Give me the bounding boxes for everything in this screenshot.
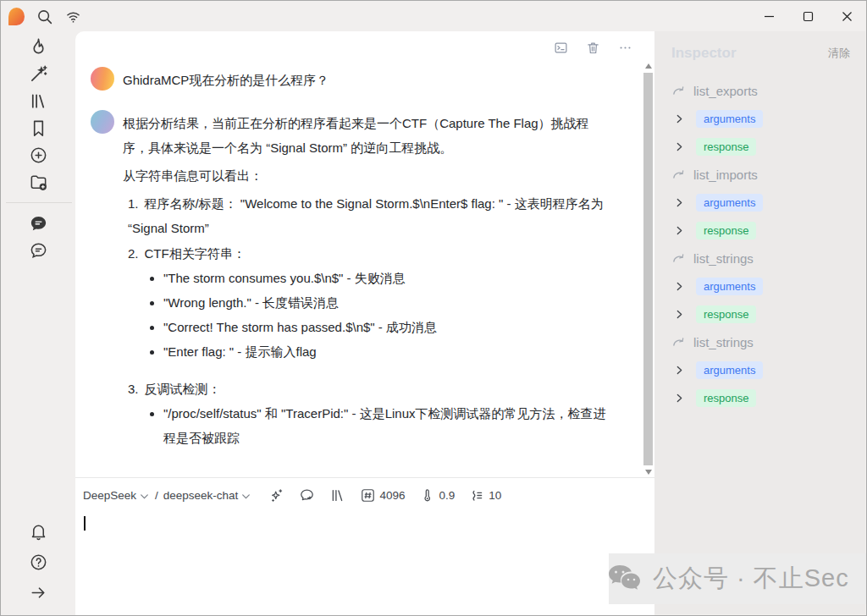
maximize-button[interactable] — [788, 1, 827, 31]
bullet-list: "/proc/self/status" 和 "TracerPid:" - 这是L… — [128, 401, 612, 448]
wechat-icon — [605, 563, 644, 595]
call-arrow-icon — [671, 251, 686, 266]
provider-selector[interactable]: DeepSeek — [83, 489, 136, 502]
list-item: 3.反调试检测： "/proc/self/status" 和 "TracerPi… — [128, 377, 612, 448]
clear-button[interactable]: 清除 — [828, 46, 850, 61]
assistant-strings-intro: 从字符串信息可以看出： — [123, 163, 612, 188]
response-row[interactable]: response — [671, 300, 850, 328]
sidebar-divider — [6, 202, 72, 203]
chevron-right-icon — [674, 309, 685, 320]
help-icon[interactable] — [29, 553, 48, 572]
assistant-intro: 根据分析结果，当前正在分析的程序看起来是一个CTF（Capture The Fl… — [123, 111, 612, 160]
bullet-item: "/proc/self/status" 和 "TracerPid:" - 这是L… — [163, 401, 612, 448]
bullet-list: "The storm consumes you.$\n$" - 失败消息 "Wr… — [128, 266, 612, 364]
chevron-right-icon — [674, 393, 685, 404]
app-logo-icon — [8, 8, 25, 25]
tool-call-group: list_imports arguments response — [671, 161, 850, 245]
thermometer-icon — [419, 487, 435, 503]
scroll-down-arrow-icon[interactable] — [643, 466, 654, 478]
chat-filled-icon[interactable] — [29, 214, 48, 234]
input-divider — [75, 477, 654, 478]
model-selector[interactable]: deepseek-chat — [163, 489, 239, 502]
chat-context-icon[interactable] — [299, 487, 315, 503]
chat-messages: GhidraMCP现在分析的是什么程序？ 根据分析结果，当前正在分析的程序看起来… — [75, 31, 643, 448]
arguments-row[interactable]: arguments — [671, 272, 850, 300]
message-input[interactable] — [75, 509, 654, 615]
tool-call-group: list_exports arguments response — [671, 77, 850, 161]
bullet-item: "Wrong length." - 长度错误消息 — [163, 290, 612, 315]
minimize-button[interactable] — [749, 1, 788, 31]
ai-enhance-sparkle-icon[interactable] — [268, 487, 284, 503]
user-message: GhidraMCP现在分析的是什么程序？ — [91, 67, 612, 92]
chat-scrollbar[interactable] — [643, 60, 654, 478]
tool-call-group: list_strings arguments response — [671, 328, 850, 412]
assistant-numbered-list: 1.程序名称/标题： "Welcome to the Signal Storm.… — [128, 191, 612, 448]
close-button[interactable] — [827, 1, 866, 31]
context-list-icon — [469, 487, 485, 503]
chat-panel: GhidraMCP现在分析的是什么程序？ 根据分析结果，当前正在分析的程序看起来… — [75, 31, 654, 615]
bullet-item: "The storm consumes you.$\n$" - 失败消息 — [163, 266, 612, 290]
response-row[interactable]: response — [671, 217, 850, 245]
arguments-row[interactable]: arguments — [671, 105, 850, 133]
chevron-right-icon — [674, 113, 685, 124]
user-avatar[interactable] — [91, 67, 114, 91]
search-icon[interactable] — [36, 8, 53, 25]
chat-outline-icon[interactable] — [29, 241, 48, 261]
scroll-up-arrow-icon[interactable] — [643, 60, 654, 72]
agents-wand-icon[interactable] — [29, 64, 48, 84]
chevron-right-icon — [674, 281, 685, 292]
chevron-down-icon[interactable] — [139, 491, 150, 502]
tool-call-group: list_strings arguments response — [671, 245, 850, 328]
text-caret — [84, 516, 86, 531]
arguments-row[interactable]: arguments — [671, 356, 850, 384]
knowledge-base-icon[interactable] — [329, 487, 345, 503]
call-arrow-icon — [671, 84, 686, 98]
scrollbar-thumb[interactable] — [643, 73, 653, 465]
chevron-right-icon — [674, 141, 685, 152]
tool-call-title[interactable]: list_imports — [671, 161, 850, 189]
response-row[interactable]: response — [671, 133, 850, 161]
arguments-row[interactable]: arguments — [671, 189, 850, 217]
watermark: 公众号 · 不止Sec — [609, 553, 866, 604]
bullet-item: "Correct! The storm has passed.$\n$" - 成… — [163, 315, 612, 339]
response-row[interactable]: response — [671, 384, 850, 412]
chevron-right-icon — [674, 225, 685, 236]
hash-token-icon — [360, 487, 376, 503]
model-separator: / — [155, 489, 158, 502]
list-item: 1.程序名称/标题： "Welcome to the Signal Storm.… — [128, 191, 612, 240]
call-arrow-icon — [671, 168, 686, 182]
knowledge-library-icon[interactable] — [29, 91, 48, 111]
watermark-text: 公众号 · 不止Sec — [653, 562, 849, 596]
bullet-item: "Enter flag: " - 提示输入flag — [163, 339, 612, 364]
call-arrow-icon — [671, 335, 686, 349]
assistant-avatar[interactable] — [91, 110, 114, 134]
chevron-right-icon — [674, 197, 685, 208]
tool-call-title[interactable]: list_strings — [671, 245, 850, 272]
user-message-text: GhidraMCP现在分析的是什么程序？ — [123, 68, 329, 92]
inspector-panel: Inspector 清除 list_exports arguments resp… — [654, 31, 865, 614]
list-item: 2.CTF相关字符串： "The storm consumes you.$\n$… — [128, 241, 612, 364]
assistants-flame-icon[interactable] — [29, 37, 48, 57]
max-tokens-stat[interactable]: 4096 — [360, 487, 405, 503]
inspector-title: Inspector — [671, 45, 737, 62]
add-folder-icon[interactable] — [29, 173, 48, 192]
expand-arrow-icon[interactable] — [29, 583, 48, 602]
new-chat-icon[interactable] — [29, 146, 48, 165]
assistant-message: 根据分析结果，当前正在分析的程序看起来是一个CTF（Capture The Fl… — [91, 110, 612, 448]
notifications-bell-icon[interactable] — [29, 522, 48, 542]
bookmark-icon[interactable] — [29, 118, 48, 138]
app-window: GhidraMCP现在分析的是什么程序？ 根据分析结果，当前正在分析的程序看起来… — [0, 0, 867, 616]
context-count-stat[interactable]: 10 — [469, 487, 501, 503]
sidebar — [2, 31, 75, 614]
chevron-right-icon — [674, 365, 685, 376]
chevron-down-icon[interactable] — [240, 491, 251, 502]
input-toolbar: DeepSeek / deepseek-chat 4096 — [83, 482, 646, 508]
tool-call-title[interactable]: list_strings — [671, 328, 850, 356]
titlebar — [1, 1, 866, 31]
temperature-stat[interactable]: 0.9 — [419, 487, 455, 503]
tool-call-title[interactable]: list_exports — [671, 77, 850, 105]
network-wifi-icon[interactable] — [64, 8, 82, 25]
